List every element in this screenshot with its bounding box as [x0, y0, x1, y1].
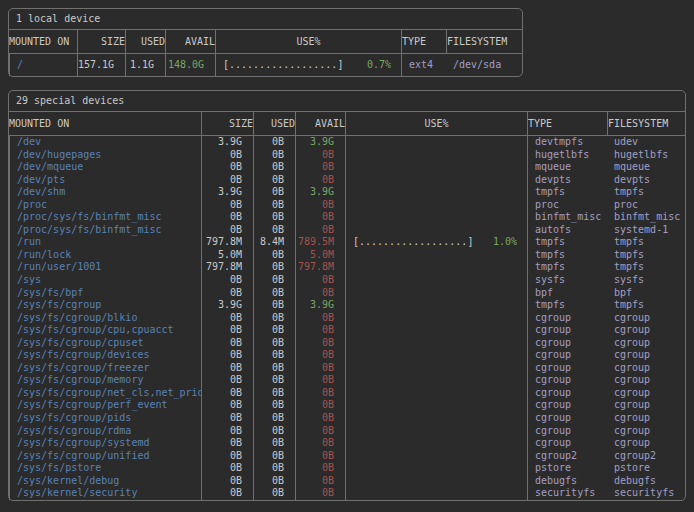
used-value: 0B	[253, 462, 295, 475]
type-value: tmpfs	[527, 249, 607, 262]
usage-cell: [..................] 0.7%	[215, 54, 401, 76]
col-header-avail: AVAIL	[165, 30, 215, 53]
avail-value: 0B	[295, 224, 345, 237]
used-value: 0B	[253, 349, 295, 362]
usage-cell	[345, 149, 527, 162]
type-value: cgroup	[527, 362, 607, 375]
filesystem-value: tmpfs	[607, 186, 685, 199]
usage-percent: 1.0%	[493, 236, 517, 249]
filesystem-value: tmpfs	[607, 236, 685, 249]
mount-path: /sys/fs/cgroup/blkio	[9, 312, 201, 325]
filesystem-value: securityfs	[607, 487, 685, 500]
usage-cell	[345, 324, 527, 337]
mount-path: /sys/kernel/debug	[9, 475, 201, 488]
col-header-use-percent: USE%	[215, 30, 401, 53]
local-table-body: / 157.1G 1.1G 148.0G [..................…	[9, 54, 522, 76]
size-value: 0B	[201, 337, 253, 350]
type-value: pstore	[527, 462, 607, 475]
filesystem-value: udev	[607, 136, 685, 149]
mount-path: /dev/mqueue	[9, 161, 201, 174]
used-value: 8.4M	[253, 236, 295, 249]
col-header-mounted-on: MOUNTED ON	[9, 30, 77, 53]
col-header-use-percent: USE%	[345, 112, 527, 135]
type-value: sysfs	[527, 274, 607, 287]
filesystem-value: systemd-1	[607, 224, 685, 237]
filesystem-value: cgroup	[607, 324, 685, 337]
usage-cell	[345, 199, 527, 212]
mount-path: /dev/shm	[9, 186, 201, 199]
filesystem-value: cgroup	[607, 387, 685, 400]
mount-path: /run	[9, 236, 201, 249]
local-table-header-row: MOUNTED ON SIZE USED AVAIL USE% TYPE FIL…	[9, 30, 522, 54]
avail-value: 0B	[295, 149, 345, 162]
size-value: 797.8M	[201, 261, 253, 274]
type-value: cgroup	[527, 387, 607, 400]
filesystem-value: pstore	[607, 462, 685, 475]
type-value: securityfs	[527, 487, 607, 500]
size-value: 0B	[201, 475, 253, 488]
size-value: 0B	[201, 161, 253, 174]
filesystem-value: cgroup2	[607, 450, 685, 463]
filesystem-value: mqueue	[607, 161, 685, 174]
avail-value: 0B	[295, 450, 345, 463]
col-header-used: USED	[253, 112, 295, 135]
used-value: 0B	[253, 362, 295, 375]
type-value: tmpfs	[527, 299, 607, 312]
filesystem-value: cgroup	[607, 349, 685, 362]
type-value: cgroup	[527, 412, 607, 425]
mount-path: /sys/fs/cgroup	[9, 299, 201, 312]
type-value: autofs	[527, 224, 607, 237]
used-value: 0B	[253, 399, 295, 412]
avail-value: 0B	[295, 374, 345, 387]
avail-value: 0B	[295, 287, 345, 300]
used-value: 1.1G	[125, 54, 165, 76]
filesystem-value: tmpfs	[607, 249, 685, 262]
type-value: tmpfs	[527, 261, 607, 274]
type-value: devtmpfs	[527, 136, 607, 149]
filesystem-value: cgroup	[607, 412, 685, 425]
usage-bar: [..................]	[353, 236, 473, 249]
usage-cell	[345, 261, 527, 274]
usage-bar: [..................]	[223, 54, 343, 76]
mount-path: /	[9, 54, 77, 76]
type-value: cgroup	[527, 337, 607, 350]
used-value: 0B	[253, 261, 295, 274]
filesystem-value: cgroup	[607, 399, 685, 412]
col-header-size: SIZE	[201, 112, 253, 135]
avail-value: 0B	[295, 274, 345, 287]
col-header-filesystem: FILESYSTEM	[446, 30, 522, 53]
used-value: 0B	[253, 199, 295, 212]
mount-path: /sys/fs/cgroup/net_cls,net_prio	[9, 387, 201, 400]
size-value: 0B	[201, 487, 253, 500]
usage-cell	[345, 136, 527, 149]
usage-cell	[345, 475, 527, 488]
local-table-title: 1 local device	[9, 9, 522, 30]
filesystem-value: cgroup	[607, 374, 685, 387]
mount-path: /sys/fs/cgroup/systemd	[9, 437, 201, 450]
avail-value: 148.0G	[165, 54, 215, 76]
size-value: 0B	[201, 324, 253, 337]
usage-cell	[345, 249, 527, 262]
filesystem-value: cgroup	[607, 425, 685, 438]
size-value: 157.1G	[77, 54, 125, 76]
type-value: devpts	[527, 174, 607, 187]
used-value: 0B	[253, 324, 295, 337]
usage-percent: 0.7%	[367, 54, 391, 76]
filesystem-value: /dev/sda	[446, 54, 522, 76]
size-value: 0B	[201, 349, 253, 362]
usage-cell	[345, 462, 527, 475]
usage-cell	[345, 287, 527, 300]
avail-value: 0B	[295, 349, 345, 362]
usage-cell	[345, 349, 527, 362]
type-value: tmpfs	[527, 236, 607, 249]
usage-cell	[345, 412, 527, 425]
filesystem-value: hugetlbfs	[607, 149, 685, 162]
used-value: 0B	[253, 475, 295, 488]
mount-path: /sys/fs/cgroup/freezer	[9, 362, 201, 375]
size-value: 0B	[201, 462, 253, 475]
mount-path: /sys/fs/cgroup/cpuset	[9, 337, 201, 350]
size-value: 0B	[201, 412, 253, 425]
avail-value: 0B	[295, 462, 345, 475]
used-value: 0B	[253, 437, 295, 450]
usage-cell	[345, 425, 527, 438]
